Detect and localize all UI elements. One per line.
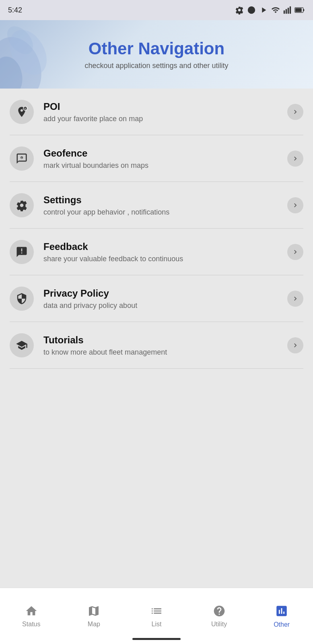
status-nav-icon [25,605,38,617]
feedback-title: Feedback [43,241,287,252]
battery-icon [294,6,305,14]
nav-label-status: Status [22,621,40,628]
feedback-icon [10,240,34,264]
nav-item-map[interactable]: Map [63,588,126,644]
svg-rect-3 [288,8,289,14]
feedback-desc: share your valuable feedback to continuo… [43,255,287,263]
page-subtitle: checkout application settings and other … [84,62,228,70]
geofence-arrow [287,151,303,167]
nav-label-map: Map [88,621,100,628]
geofence-text: Geofence mark virtual boundaries on maps [43,148,287,170]
privacy-icon [10,287,34,311]
settings-arrow [287,197,303,213]
geofence-icon: + [10,147,34,171]
poi-text: POI add your favorite place on map [43,101,287,123]
svg-text:+: + [21,156,23,159]
status-icons [235,6,305,14]
poi-title: POI [43,101,287,112]
menu-item-geofence[interactable]: + Geofence mark virtual boundaries on ma… [0,135,313,182]
nav-item-other[interactable]: Other [250,588,313,644]
privacy-text: Privacy Policy data and privacy policy a… [43,288,287,310]
poi-desc: add your favorite place on map [43,115,287,123]
svg-rect-2 [286,9,287,14]
settings-menu-icon [10,193,34,217]
menu-item-tutorials[interactable]: Tutorials to know more about fleet manag… [0,322,313,369]
page-title: Other Navigation [89,39,224,58]
settings-title: Settings [43,194,287,206]
settings-status-icon [235,6,244,14]
nav-item-utility[interactable]: Utility [188,588,251,644]
nav-item-list[interactable]: List [125,588,188,644]
feedback-text: Feedback share your valuable feedback to… [43,241,287,263]
map-nav-icon [87,605,100,617]
menu-item-feedback[interactable]: Feedback share your valuable feedback to… [0,229,313,275]
feedback-arrow [287,244,303,260]
tutorials-icon [10,333,34,357]
privacy-title: Privacy Policy [43,288,287,299]
bottom-indicator [132,638,181,640]
utility-nav-icon [213,605,226,617]
geofence-desc: mark virtual boundaries on maps [43,161,287,170]
tutorials-text: Tutorials to know more about fleet manag… [43,334,287,357]
nav-label-other: Other [274,621,290,628]
list-nav-icon [150,605,163,617]
decor-leaf [0,20,64,89]
tutorials-desc: to know more about fleet management [43,348,287,357]
nav-label-utility: Utility [211,621,227,628]
svg-text:+: + [25,107,26,110]
tutorials-arrow [287,337,303,353]
svg-rect-4 [290,6,291,14]
svg-rect-7 [303,9,305,11]
privacy-desc: data and privacy policy about [43,301,287,310]
play-status-icon [259,6,268,14]
status-time: 5:42 [8,6,22,14]
nav-item-status[interactable]: Status [0,588,63,644]
svg-point-0 [248,6,255,14]
menu-item-privacy[interactable]: Privacy Policy data and privacy policy a… [0,275,313,322]
poi-icon: + [10,100,34,124]
settings-text: Settings control your app behavior , not… [43,194,287,217]
poi-arrow [287,104,303,120]
settings-desc: control your app behavior , notification… [43,208,287,217]
svg-rect-1 [284,10,285,14]
bottom-nav: Status Map List Utility Other [0,588,313,644]
status-bar: 5:42 [0,0,313,20]
wifi-icon [271,6,280,14]
circle-status-icon [247,6,256,14]
other-nav-icon [275,604,288,618]
svg-rect-6 [295,8,302,12]
menu-item-settings[interactable]: Settings control your app behavior , not… [0,182,313,229]
geofence-title: Geofence [43,148,287,159]
nav-label-list: List [152,621,162,628]
header-banner: Other Navigation checkout application se… [0,20,313,89]
signal-icon [283,6,291,14]
tutorials-title: Tutorials [43,334,287,346]
privacy-arrow [287,291,303,307]
menu-item-poi[interactable]: + POI add your favorite place on map [0,89,313,135]
menu-list: + POI add your favorite place on map + G… [0,89,313,369]
